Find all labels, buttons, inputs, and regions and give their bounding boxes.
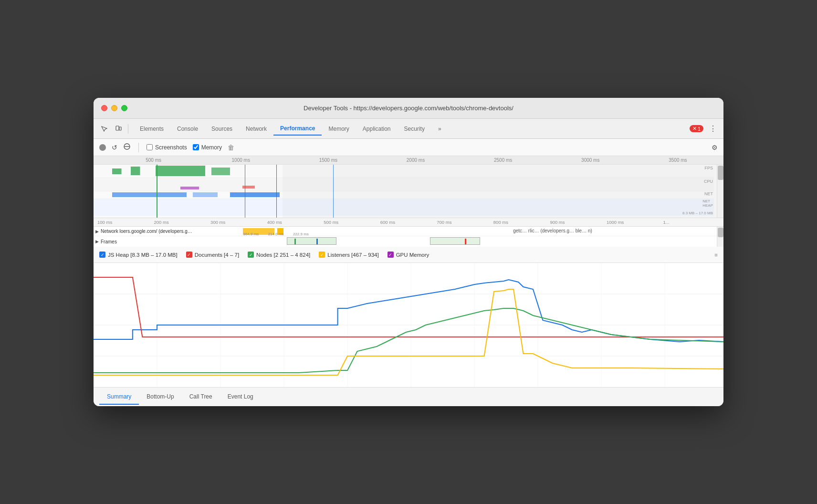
tab-bottom-up[interactable]: Bottom-Up bbox=[139, 389, 181, 405]
detail-mark-800: 800 ms bbox=[493, 220, 550, 225]
ruler-mark-2000: 2000 ms bbox=[372, 158, 459, 163]
clear-button[interactable] bbox=[123, 143, 131, 152]
frame-block-2 bbox=[430, 237, 480, 245]
timing-1: 364.9 ms bbox=[243, 232, 259, 236]
timeline-detail[interactable]: 100 ms 200 ms 300 ms 400 ms 500 ms 600 m… bbox=[94, 218, 723, 247]
frames-track: ▶ Frames bbox=[94, 236, 717, 247]
gpu-check: ✓ bbox=[388, 252, 394, 258]
error-badge: ✕ 1 bbox=[690, 125, 703, 132]
tab-call-tree[interactable]: Call Tree bbox=[182, 389, 220, 405]
tab-summary[interactable]: Summary bbox=[99, 389, 139, 405]
detail-mark-500: 500 ms bbox=[324, 220, 380, 225]
tab-console[interactable]: Console bbox=[170, 123, 205, 135]
settings-button[interactable]: ⚙ bbox=[712, 144, 718, 151]
more-options-button[interactable]: ⋮ bbox=[706, 122, 720, 136]
js-heap-check: ✓ bbox=[99, 252, 105, 258]
legend-listeners: ✓ Listeners [467 – 934] bbox=[319, 252, 378, 258]
delete-recording-button[interactable]: 🗑 bbox=[228, 144, 234, 151]
svg-rect-13 bbox=[193, 192, 218, 197]
listeners-check: ✓ bbox=[319, 252, 325, 258]
tab-performance[interactable]: Performance bbox=[273, 122, 322, 136]
timeline-overview[interactable]: 500 ms 1000 ms 1500 ms 2000 ms 2500 ms 3… bbox=[94, 156, 723, 218]
timing-2: 214.0 ms bbox=[268, 232, 284, 236]
tab-security[interactable]: Security bbox=[398, 123, 431, 135]
frame-event-3 bbox=[465, 239, 466, 244]
detail-mark-300: 300 ms bbox=[210, 220, 267, 225]
error-icon: ✕ bbox=[692, 126, 697, 132]
svg-rect-1 bbox=[119, 127, 121, 130]
ruler-mark-3500: 3500 ms bbox=[634, 158, 722, 163]
detail-mark-700: 700 ms bbox=[437, 220, 493, 225]
maximize-button[interactable] bbox=[121, 105, 127, 111]
svg-rect-4 bbox=[112, 168, 122, 174]
tab-application[interactable]: Application bbox=[356, 123, 398, 135]
memory-checkbox[interactable] bbox=[193, 144, 199, 150]
detail-mark-more: 1... bbox=[663, 220, 720, 225]
tab-event-log[interactable]: Event Log bbox=[220, 389, 261, 405]
nodes-label: Nodes [2 251 – 4 824] bbox=[256, 252, 310, 258]
ruler-mark-1000: 1000 ms bbox=[197, 158, 284, 163]
tab-bar: Elements Console Sources Network Perform… bbox=[131, 122, 689, 136]
memory-legend: ✓ JS Heap [8.3 MB – 17.0 MB] ✓ Documents… bbox=[94, 247, 723, 263]
frame-block-1 bbox=[287, 237, 336, 245]
gpu-label: GPU Memory bbox=[396, 252, 429, 258]
detail-mark-900: 900 ms bbox=[550, 220, 607, 225]
documents-check: ✓ bbox=[186, 252, 192, 258]
js-heap-label: JS Heap [8.3 MB – 17.0 MB] bbox=[108, 252, 178, 258]
ruler-mark-3000: 3000 ms bbox=[547, 158, 634, 163]
tab-memory[interactable]: Memory bbox=[322, 123, 356, 135]
timing-3: 222.9 ms bbox=[293, 232, 309, 236]
devtools-window: Developer Tools - https://developers.goo… bbox=[94, 98, 723, 406]
legend-js-heap: ✓ JS Heap [8.3 MB – 17.0 MB] bbox=[99, 252, 178, 258]
overview-scrollbar[interactable] bbox=[717, 165, 723, 218]
tab-network[interactable]: Network bbox=[239, 123, 273, 135]
tab-sources[interactable]: Sources bbox=[205, 123, 239, 135]
detail-scrollbar-thumb[interactable] bbox=[718, 228, 723, 237]
detail-mark-400: 400 ms bbox=[267, 220, 324, 225]
device-toolbar-button[interactable] bbox=[112, 122, 125, 136]
network-track-right: getc… rlic… (developers.g… ble… n) bbox=[513, 228, 592, 233]
memory-checkbox-label[interactable]: Memory bbox=[193, 144, 222, 151]
selection-end-line bbox=[245, 165, 245, 218]
legend-gpu-memory: ✓ GPU Memory bbox=[388, 252, 429, 258]
nodes-check: ✓ bbox=[248, 252, 254, 258]
listeners-label: Listeners [467 – 934] bbox=[327, 252, 378, 258]
legend-nodes: ✓ Nodes [2 251 – 4 824] bbox=[248, 252, 310, 258]
record-button[interactable] bbox=[99, 144, 106, 151]
detail-mark-200: 200 ms bbox=[154, 220, 211, 225]
error-count: 1 bbox=[698, 126, 701, 132]
memory-chart bbox=[94, 263, 723, 387]
scrollbar-thumb[interactable] bbox=[718, 166, 723, 180]
empty-area bbox=[283, 165, 723, 218]
ruler-mark-500: 500 ms bbox=[110, 158, 197, 163]
detail-mark-600: 600 ms bbox=[380, 220, 437, 225]
close-button[interactable] bbox=[101, 105, 107, 111]
svg-rect-6 bbox=[156, 166, 205, 176]
main-toolbar: Elements Console Sources Network Perform… bbox=[94, 119, 723, 139]
inspect-tool-button[interactable] bbox=[97, 122, 111, 136]
svg-rect-10 bbox=[180, 187, 199, 189]
detail-tracks: ▶ Network lоers.google.com/ (developers.… bbox=[94, 227, 723, 247]
ruler-mark-2500: 2500 ms bbox=[460, 158, 547, 163]
legend-menu-button[interactable]: ≡ bbox=[714, 252, 718, 258]
selection-highlight bbox=[276, 165, 277, 218]
screenshots-label: Screenshots bbox=[155, 144, 187, 151]
screenshots-checkbox[interactable] bbox=[147, 144, 153, 150]
reload-record-button[interactable]: ↺ bbox=[112, 144, 117, 151]
screenshots-checkbox-label[interactable]: Screenshots bbox=[147, 144, 187, 151]
detail-scrollbar[interactable] bbox=[717, 227, 723, 247]
svg-rect-12 bbox=[112, 192, 187, 197]
title-bar: Developer Tools - https://developers.goo… bbox=[94, 98, 723, 119]
network-track-label: Network lоers.google.com/ (developers.g… bbox=[101, 229, 192, 234]
svg-rect-0 bbox=[116, 126, 119, 130]
network-track: ▶ Network lоers.google.com/ (developers.… bbox=[94, 227, 717, 236]
detail-mark-1000: 1000 ms bbox=[607, 220, 663, 225]
traffic-lights bbox=[101, 105, 127, 111]
frame-event-1 bbox=[294, 239, 296, 244]
documents-label: Documents [4 – 7] bbox=[195, 252, 239, 258]
minimize-button[interactable] bbox=[111, 105, 117, 111]
frame-event-2 bbox=[316, 239, 318, 244]
tab-more[interactable]: » bbox=[431, 123, 448, 135]
tab-elements[interactable]: Elements bbox=[133, 123, 170, 135]
svg-rect-14 bbox=[230, 192, 280, 197]
